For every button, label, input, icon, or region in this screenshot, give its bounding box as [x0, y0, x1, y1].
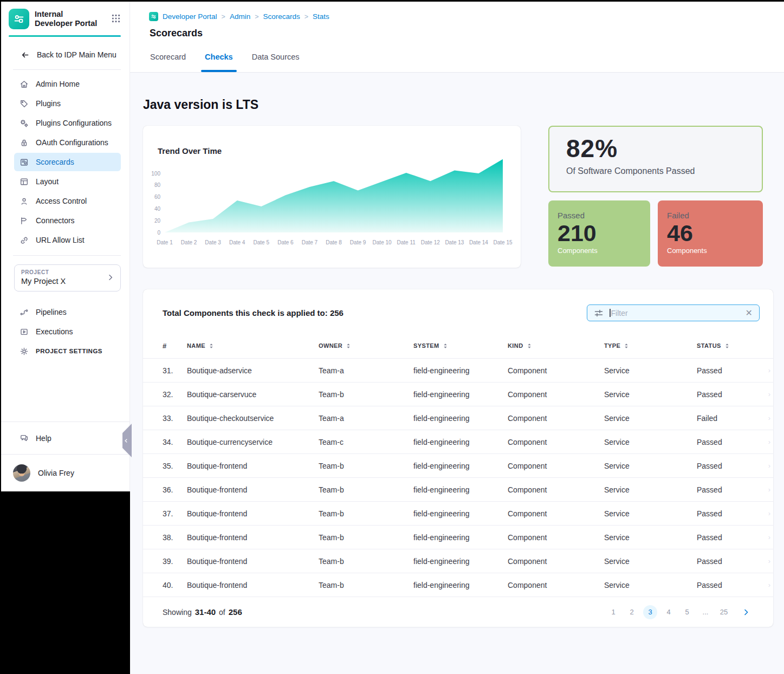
cell-status: Passed	[697, 509, 773, 518]
idp-logo-icon	[9, 9, 29, 29]
project-selector[interactable]: PROJECT My Project X	[14, 264, 121, 291]
plugins-config-icon	[20, 119, 29, 128]
page-2[interactable]: 2	[625, 605, 639, 619]
sidebar-item-oauth-configurations[interactable]: OAuth Configurations	[14, 133, 121, 152]
sidebar-item-admin-home[interactable]: Admin Home	[14, 75, 121, 93]
idp-logo-icon-small[interactable]	[149, 12, 158, 21]
user-menu[interactable]: Olivia Frey	[1, 454, 129, 491]
help-button[interactable]: Help	[1, 422, 129, 454]
sidebar-item-access-control[interactable]: Access Control	[14, 192, 121, 210]
back-to-idp-menu[interactable]: Back to IDP Main Menu	[1, 47, 129, 63]
breadcrumb-stats[interactable]: Stats	[313, 12, 329, 21]
row-chevron-icon: ›	[768, 533, 770, 541]
cell-status: Passed	[697, 390, 773, 399]
x-axis-label: Date 12	[421, 239, 440, 245]
x-axis-label: Date 10	[373, 239, 392, 245]
page-5[interactable]: 5	[680, 605, 694, 619]
table-row[interactable]: 34.Boutique-currencyserviceTeam-cfield-e…	[143, 430, 773, 453]
sidebar-item-executions[interactable]: Executions	[14, 322, 121, 341]
cell-name: Boutique-frontend	[187, 581, 319, 589]
table-row[interactable]: 39.Boutique-frontendTeam-bfield-engineer…	[143, 549, 773, 573]
table-row[interactable]: 40.Boutique-frontendTeam-bfield-engineer…	[143, 573, 773, 597]
table-row[interactable]: 38.Boutique-frontendTeam-bfield-engineer…	[143, 525, 773, 549]
page-3[interactable]: 3	[643, 605, 657, 619]
connectors-icon	[20, 216, 29, 225]
sidebar-item-project-settings[interactable]: PROJECT SETTINGS	[14, 342, 121, 360]
cell-num: 40.	[163, 581, 187, 589]
cell-status: Failed	[697, 414, 773, 423]
passed-label: Passed	[558, 211, 650, 220]
lock-icon	[20, 138, 29, 147]
sidebar-item-pipelines[interactable]: Pipelines	[14, 303, 121, 321]
breadcrumb-developer-portal[interactable]: Developer Portal	[163, 12, 217, 21]
sidebar-item-connectors[interactable]: Connectors	[14, 211, 121, 230]
arrow-left-icon	[21, 50, 30, 60]
page-25[interactable]: 25	[717, 605, 731, 619]
sidebar-item-layout[interactable]: Layout	[14, 172, 121, 191]
x-axis-label: Date 15	[493, 239, 512, 245]
table-row[interactable]: 36.Boutique-frontendTeam-bfield-engineer…	[143, 477, 773, 501]
divider	[13, 255, 121, 256]
failed-card: Failed 46 Components	[658, 200, 763, 267]
y-axis-tick: 60	[154, 194, 161, 200]
breadcrumb-scorecards[interactable]: Scorecards	[263, 12, 300, 21]
cell-kind: Component	[508, 462, 604, 470]
failed-label: Failed	[667, 211, 763, 220]
cell-num: 31.	[163, 366, 187, 375]
cell-kind: Component	[508, 509, 604, 518]
project-label: PROJECT	[21, 269, 120, 275]
clear-filter-icon[interactable]: ✕	[744, 309, 754, 317]
cell-num: 39.	[163, 557, 187, 566]
filter-sliders-icon[interactable]	[594, 308, 604, 318]
cell-owner: Team-a	[319, 366, 413, 375]
cell-kind: Component	[508, 390, 604, 399]
column-header-system[interactable]: SYSTEM	[413, 342, 508, 349]
cell-type: Service	[604, 462, 697, 470]
cell-status: Passed	[697, 581, 773, 589]
row-chevron-icon: ›	[768, 438, 770, 446]
cell-name: Boutique-frontend	[187, 485, 319, 494]
column-header-type[interactable]: TYPE	[604, 342, 697, 349]
column-header-name[interactable]: NAME	[187, 342, 319, 349]
app-switcher-icon[interactable]	[111, 9, 121, 23]
passed-caption: Components	[558, 247, 650, 255]
cell-kind: Component	[508, 414, 604, 423]
cell-system: field-engineering	[413, 533, 508, 542]
column-header-kind[interactable]: KIND	[508, 342, 604, 349]
stats-column: 82% Of Software Components Passed Passed…	[548, 126, 763, 267]
page-4[interactable]: 4	[662, 605, 676, 619]
sidebar-item-scorecards[interactable]: Scorecards	[14, 153, 121, 171]
cell-type: Service	[604, 557, 697, 566]
table-row[interactable]: 33.Boutique-checkoutserviceTeam-afield-e…	[143, 406, 773, 430]
percent-caption: Of Software Components Passed	[566, 166, 762, 176]
breadcrumb-admin[interactable]: Admin	[230, 12, 250, 21]
tab-data-sources[interactable]: Data Sources	[252, 50, 300, 72]
tab-checks[interactable]: Checks	[205, 50, 233, 72]
column-header-owner[interactable]: OWNER	[319, 342, 413, 349]
filter-input[interactable]	[611, 309, 744, 317]
column-header-status[interactable]: STATUS	[697, 342, 773, 349]
page-1[interactable]: 1	[606, 605, 620, 619]
cell-owner: Team-b	[319, 581, 413, 589]
cell-name: Boutique-frontend	[187, 533, 319, 542]
sidebar-item-url-allow-list[interactable]: URL Allow List	[14, 231, 121, 249]
table-row[interactable]: 35.Boutique-frontendTeam-bfield-engineer…	[143, 453, 773, 477]
cell-type: Service	[604, 438, 697, 446]
x-axis-label: Date 3	[205, 239, 221, 245]
tab-scorecard[interactable]: Scorecard	[150, 50, 186, 72]
pagination: 12345...25	[606, 605, 750, 619]
sidebar: Internal Developer Portal Back to IDP Ma…	[1, 2, 130, 491]
sidebar-item-plugins-configurations[interactable]: Plugins Configurations	[14, 114, 121, 132]
table-row[interactable]: 32.Boutique-carservuceTeam-bfield-engine…	[143, 382, 773, 406]
page-header: Developer Portal > Admin > Scorecards > …	[130, 2, 784, 73]
sidebar-item-plugins[interactable]: Plugins	[14, 94, 121, 113]
cell-kind: Component	[508, 438, 604, 446]
table-row[interactable]: 31.Boutique-adserviceTeam-afield-enginee…	[143, 358, 773, 382]
next-page-button[interactable]	[742, 608, 750, 617]
table-row[interactable]: 37.Boutique-frontendTeam-bfield-engineer…	[143, 501, 773, 525]
x-axis-label: Date 14	[469, 239, 488, 245]
divider	[13, 69, 121, 70]
filter-box: ✕	[587, 304, 760, 321]
column-header-num[interactable]: #	[163, 342, 187, 350]
cell-kind: Component	[508, 557, 604, 566]
